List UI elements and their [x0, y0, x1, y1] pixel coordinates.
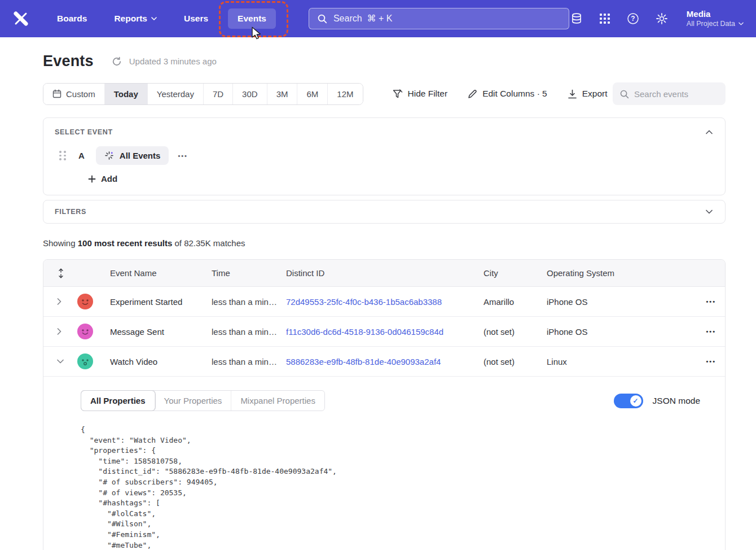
event-json-view: { "event": "Watch Video", "properties": … — [81, 425, 714, 550]
cell-city: Amarillo — [484, 297, 547, 307]
export-label: Export — [582, 89, 608, 99]
event-more-button[interactable]: ••• — [178, 152, 188, 159]
add-label: Add — [101, 174, 117, 184]
properties-tabs: All Properties Your Properties Mixpanel … — [81, 390, 325, 411]
date-range-custom[interactable]: Custom — [43, 84, 105, 104]
cell-os: iPhone OS — [547, 327, 684, 337]
json-mode-label: JSON mode — [653, 396, 700, 406]
toggle-knob-check-icon: ✓ — [630, 395, 641, 407]
search-events-field[interactable] — [613, 82, 726, 105]
expand-row-chevron-right-icon[interactable] — [57, 328, 77, 335]
cell-city: (not set) — [484, 327, 547, 337]
nav-item-events[interactable]: Events — [228, 8, 276, 29]
download-icon — [568, 89, 577, 99]
chevron-down-icon — [739, 22, 744, 25]
drag-handle[interactable] — [59, 151, 66, 160]
data-management-icon[interactable] — [570, 12, 583, 25]
global-search[interactable] — [309, 8, 569, 29]
hide-filter-button[interactable]: Hide Filter — [393, 89, 448, 99]
events-table: Event Name Time Distinct ID City Operati… — [43, 259, 726, 550]
cell-distinct-id-link[interactable]: 72d49553-25fc-4f0c-b436-1b5ac6ab3388 — [286, 297, 484, 307]
event-chip-label: All Events — [120, 151, 161, 160]
mouse-cursor-icon — [251, 27, 261, 40]
search-events-input[interactable] — [634, 89, 719, 99]
global-search-input[interactable] — [333, 14, 561, 24]
column-header-distinct-id[interactable]: Distinct ID — [286, 268, 484, 278]
hide-filter-label: Hide Filter — [408, 89, 448, 99]
cell-event-name: Experiment Started — [104, 297, 212, 307]
expand-filters-chevron-down-icon[interactable] — [705, 208, 714, 215]
date-range-custom-label: Custom — [66, 89, 95, 99]
project-selector[interactable]: Media All Project Data — [687, 9, 744, 29]
help-icon[interactable]: ? — [627, 12, 639, 25]
date-range-6m[interactable]: 6M — [297, 84, 328, 104]
cell-distinct-id-link[interactable]: f11c30d6-dc6d-4518-9136-0d046159c84d — [286, 327, 484, 337]
cell-time: less than a min… — [212, 327, 286, 337]
pencil-icon — [468, 89, 477, 99]
edit-columns-button[interactable]: Edit Columns · 5 — [468, 89, 547, 99]
date-range-yesterday[interactable]: Yesterday — [148, 84, 204, 104]
tab-mixpanel-properties[interactable]: Mixpanel Properties — [231, 391, 324, 411]
collapse-rows-icon[interactable] — [57, 268, 77, 278]
cell-city: (not set) — [484, 357, 547, 366]
event-avatar — [77, 294, 93, 309]
chevron-down-icon — [151, 17, 157, 20]
export-button[interactable]: Export — [568, 89, 608, 99]
settings-gear-icon[interactable] — [656, 12, 668, 25]
cell-os: iPhone OS — [547, 297, 684, 307]
add-event-button[interactable]: Add — [88, 174, 714, 184]
plus-icon — [88, 175, 96, 183]
date-range-12m[interactable]: 12M — [328, 84, 362, 104]
select-event-card: SELECT EVENT A — [43, 117, 726, 195]
date-range-30d[interactable]: 30D — [233, 84, 267, 104]
nav-item-users[interactable]: Users — [177, 8, 216, 29]
column-header-time[interactable]: Time — [212, 268, 286, 278]
row-more-button[interactable]: ••• — [684, 328, 716, 335]
date-range-3m[interactable]: 3M — [267, 84, 298, 104]
table-row[interactable]: Message Sent less than a min… f11c30d6-d… — [43, 317, 725, 347]
cell-os: Linux — [547, 357, 684, 366]
tab-your-properties[interactable]: Your Properties — [155, 391, 232, 411]
event-sparkle-icon — [104, 151, 114, 160]
date-range-group: Custom Today Yesterday 7D 30D 3M 6M 12M — [43, 83, 363, 105]
apps-grid-icon[interactable] — [599, 13, 610, 24]
column-header-city[interactable]: City — [484, 268, 547, 278]
cell-event-name: Watch Video — [104, 357, 212, 366]
cell-event-name: Message Sent — [104, 327, 212, 337]
refresh-icon[interactable] — [112, 56, 122, 67]
nav-item-events-wrapper: Events — [228, 8, 276, 29]
filters-label: FILTERS — [55, 208, 86, 216]
column-header-operating-system[interactable]: Operating System — [547, 268, 684, 278]
date-range-today[interactable]: Today — [105, 84, 148, 104]
cell-distinct-id-link[interactable]: 5886283e-e9fb-48fb-81de-40e9093a2af4 — [286, 357, 484, 366]
nav-item-boards[interactable]: Boards — [50, 8, 94, 29]
mixpanel-logo-icon[interactable] — [12, 10, 29, 27]
project-subtitle: All Project Data — [687, 19, 735, 28]
main-content: Events Updated 3 minutes ago Custom — [0, 37, 756, 550]
event-avatar — [77, 324, 93, 339]
table-row[interactable]: Experiment Started less than a min… 72d4… — [43, 287, 725, 317]
cell-time: less than a min… — [212, 357, 286, 366]
filters-card: FILTERS — [43, 200, 726, 224]
date-range-7d[interactable]: 7D — [204, 84, 233, 104]
search-icon — [619, 89, 629, 99]
nav-item-reports[interactable]: Reports — [107, 8, 164, 29]
json-mode-toggle[interactable]: ✓ — [614, 394, 643, 408]
event-row-letter: A — [78, 151, 85, 160]
collapse-section-chevron-up-icon[interactable] — [705, 129, 714, 136]
tab-all-properties[interactable]: All Properties — [81, 391, 155, 411]
row-more-button[interactable]: ••• — [684, 298, 716, 305]
search-icon — [317, 14, 327, 24]
collapse-row-chevron-down-icon[interactable] — [57, 359, 77, 364]
top-nav: Boards Reports Users Events — [0, 0, 756, 37]
row-more-button[interactable]: ••• — [684, 358, 716, 365]
results-summary: Showing 100 most recent results of 82.35… — [43, 238, 726, 248]
edit-columns-label: Edit Columns · 5 — [482, 89, 547, 99]
event-avatar — [77, 353, 93, 369]
column-header-event-name[interactable]: Event Name — [104, 268, 212, 278]
expand-row-chevron-right-icon[interactable] — [57, 298, 77, 305]
event-selector-chip[interactable]: All Events — [96, 146, 169, 165]
table-row-expanded[interactable]: Watch Video less than a min… 5886283e-e9… — [43, 347, 725, 377]
filter-funnel-icon — [393, 89, 403, 99]
select-event-label: SELECT EVENT — [55, 128, 113, 136]
